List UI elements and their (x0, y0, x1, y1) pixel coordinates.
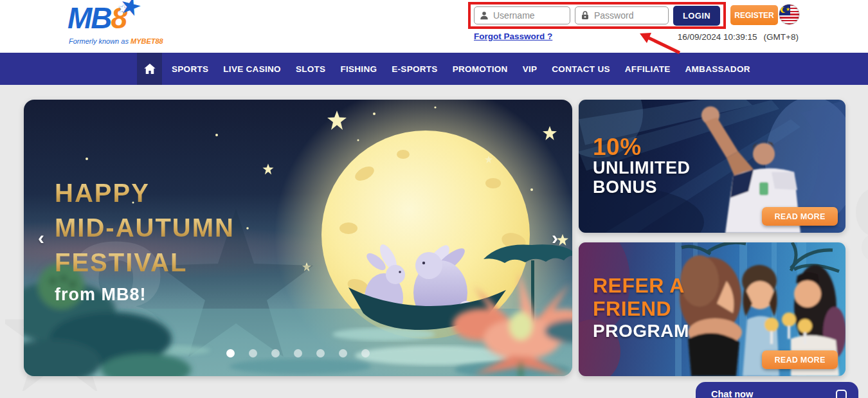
nav-item-live-casino[interactable]: LIVE CASINO (223, 64, 281, 74)
promo-banner-unlimited-bonus[interactable]: 10% UNLIMITED BONUS READ MORE (579, 100, 845, 233)
main-nav: SPORTSLIVE CASINOSLOTSFISHINGE-SPORTSPRO… (0, 53, 868, 85)
nav-item-slots[interactable]: SLOTS (296, 64, 326, 74)
password-input[interactable] (594, 10, 658, 21)
nav-item-affiliate[interactable]: AFFILIATE (625, 64, 671, 74)
home-icon (143, 62, 156, 75)
chat-bubble-icon (836, 390, 847, 398)
logo-tagline: Formerly known as MYBET88 (69, 37, 163, 45)
password-field[interactable] (575, 6, 669, 24)
promo-2-line-3: PROGRAM (593, 321, 689, 341)
carousel-prev-button[interactable]: ‹ (38, 228, 44, 248)
promo-2-text: REFER A FRIEND PROGRAM (593, 275, 689, 341)
background-texture (846, 186, 868, 264)
carousel-dot-5[interactable] (316, 349, 325, 357)
title-line-2: MID-AUTUMN (55, 210, 235, 245)
lock-icon (580, 10, 590, 21)
nav-item-promotion[interactable]: PROMOTION (453, 64, 508, 74)
nav-item-ambassador[interactable]: AMBASSADOR (685, 64, 750, 74)
nav-item-vip[interactable]: VIP (523, 64, 538, 74)
forgot-password-link[interactable]: Forgot Password ? (474, 32, 552, 41)
login-highlight-annotation-box: LOGIN (468, 2, 726, 29)
page: MB8★★ Formerly known as MYBET88 LOGIN (0, 0, 868, 398)
login-button[interactable]: LOGIN (673, 6, 720, 26)
carousel-dots (226, 349, 370, 357)
promo-1-text: 10% UNLIMITED BONUS (593, 135, 690, 197)
username-input[interactable] (493, 10, 557, 21)
user-icon (479, 10, 489, 21)
nav-item-sports[interactable]: SPORTS (172, 64, 208, 74)
carousel-subtitle: from MB8! (55, 285, 235, 305)
carousel-dot-6[interactable] (339, 349, 347, 357)
title-line-1: HAPPY (55, 176, 235, 210)
chat-widget[interactable]: Chat now (696, 382, 858, 398)
carousel-title: HAPPY MID-AUTUMN FESTIVAL from MB8! (55, 176, 235, 305)
carousel-next-button[interactable]: › (552, 228, 558, 248)
header: MB8★★ Formerly known as MYBET88 LOGIN (0, 0, 868, 53)
carousel-dot-2[interactable] (249, 349, 257, 357)
logo-star-icon: ★★ (126, 3, 145, 28)
promo-1-line-1: 10% (593, 135, 690, 159)
nav-item-fishing[interactable]: FISHING (340, 64, 377, 74)
promo-2-line-1: REFER A (593, 275, 689, 298)
promo-1-line-3: BONUS (593, 178, 690, 197)
flag-canton: ★ (779, 5, 790, 15)
username-field[interactable] (474, 6, 570, 24)
read-more-button-2[interactable]: READ MORE (762, 350, 838, 369)
chat-label: Chat now (711, 389, 836, 398)
datetime-display: 16/09/2024 10:39:15(GMT+8) (678, 32, 799, 42)
read-more-button-1[interactable]: READ MORE (762, 207, 838, 226)
title-line-3: FESTIVAL (55, 245, 235, 280)
nav-home-button[interactable] (137, 53, 162, 85)
hero-carousel: 8 (24, 100, 572, 376)
carousel-dot-4[interactable] (294, 349, 302, 357)
carousel-dot-7[interactable] (361, 349, 370, 357)
register-button[interactable]: REGISTER (730, 5, 778, 25)
nav-item-e-sports[interactable]: E-SPORTS (392, 64, 437, 74)
promo-1-line-2: UNLIMITED (593, 159, 690, 178)
nav-items: SPORTSLIVE CASINOSLOTSFISHINGE-SPORTSPRO… (162, 64, 750, 74)
promo-banner-refer-a-friend[interactable]: REFER A FRIEND PROGRAM READ MORE (579, 242, 845, 376)
malaysia-flag-icon[interactable]: ★ (779, 4, 800, 25)
brand-logo[interactable]: MB8★★ Formerly known as MYBET88 (68, 3, 209, 33)
nav-item-contact-us[interactable]: CONTACT US (552, 64, 610, 74)
promo-2-line-2: FRIEND (593, 298, 689, 321)
carousel-dot-1[interactable] (226, 349, 235, 357)
logo-text: MB8★★ (68, 3, 209, 33)
carousel-dot-3[interactable] (271, 349, 280, 357)
